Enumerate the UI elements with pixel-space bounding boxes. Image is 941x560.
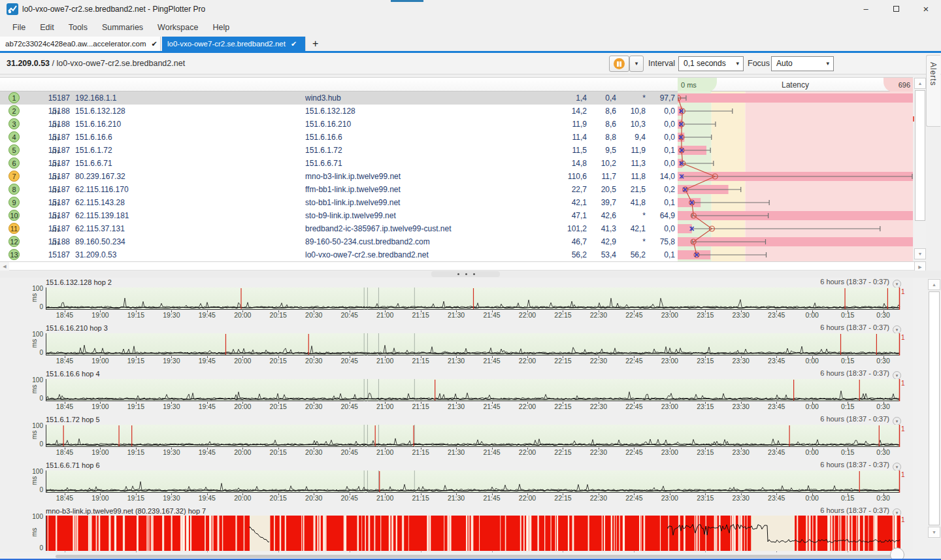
min-cell: 10,2: [589, 157, 616, 170]
hop-row-10[interactable]: 101518762.115.139.181sto-b9-link.ip.twel…: [0, 209, 678, 222]
hop-row-3[interactable]: 315188151.6.16.210151.6.16.21011,98,610,…: [0, 118, 678, 131]
col-header-ip[interactable]: [72, 78, 304, 92]
graphs-scrollbar-thumb[interactable]: [929, 291, 940, 525]
hop-row-12[interactable]: 121518889.160.50.23489-160-50-234.cust.b…: [0, 235, 678, 248]
time-range-selector[interactable]: 6 hours (18:37 - 0:37)▾: [820, 369, 901, 380]
timeline-plot[interactable]: [46, 516, 900, 551]
time-range-selector[interactable]: 6 hours (18:37 - 0:37)▾: [820, 323, 901, 334]
alert-count-badge: 1: [901, 425, 905, 433]
graphs-scroll-up-icon[interactable]: ▲: [928, 279, 940, 290]
timeline-plot[interactable]: [46, 288, 900, 310]
new-tab-button[interactable]: +: [308, 37, 322, 51]
interval-select[interactable]: 0,1 seconds ▾: [678, 56, 744, 71]
menu-summaries[interactable]: Summaries: [95, 18, 150, 37]
min-cell: 8,6: [589, 118, 616, 131]
hop-row-1[interactable]: 115187192.168.1.1wind3.hub1,40,4*97,7: [0, 91, 678, 105]
time-axis-tick: [171, 310, 172, 312]
timeline-plot[interactable]: [46, 379, 900, 401]
pause-dropdown-button[interactable]: ▾: [629, 56, 644, 72]
time-range-selector[interactable]: 6 hours (18:37 - 0:37)▾: [820, 461, 901, 471]
time-range-label: 6 hours (18:37 - 0:37): [820, 323, 889, 331]
time-range-label: 6 hours (18:37 - 0:37): [820, 506, 889, 514]
time-range-track[interactable]: [56, 555, 900, 558]
time-range-selector[interactable]: 6 hours (18:37 - 0:37)▾: [820, 415, 901, 425]
tab-2-active[interactable]: lo0-vxo-owe7-cr2.se.bredband2.net✔: [162, 37, 306, 51]
count-cell: 15188: [33, 235, 70, 248]
hop-status-badge: 11: [8, 223, 20, 234]
hop-status-badge: 10: [8, 210, 20, 221]
avg-cell: 110,6: [554, 170, 587, 183]
minimize-button[interactable]: –: [851, 0, 881, 18]
graphs-scroll-down-icon[interactable]: ▼: [928, 527, 940, 538]
menu-tools[interactable]: Tools: [61, 18, 95, 37]
col-header-min[interactable]: [589, 78, 616, 92]
tab-checkmark-icon: ✔: [291, 40, 297, 48]
col-header-pl[interactable]: [648, 78, 675, 92]
time-axis-tick: [527, 402, 528, 404]
hop-row-8[interactable]: 81518762.115.116.170ffm-bb1-link.ip.twel…: [0, 183, 678, 196]
hop-row-9[interactable]: 91518762.115.143.28sto-bb1-link.ip.twelv…: [0, 196, 678, 209]
timeline-plot[interactable]: [46, 470, 900, 493]
timeline-plot[interactable]: [46, 425, 900, 447]
time-axis-tick: [456, 448, 457, 450]
splitter-grip-icon[interactable]: [431, 271, 500, 277]
hop-row-11[interactable]: 111518762.115.37.131bredband2-ic-385967.…: [0, 222, 678, 235]
timeline-graph-3[interactable]: 151.6.16.210 hop 36 hours (18:37 - 0:37)…: [0, 323, 913, 369]
col-header-avg[interactable]: [554, 78, 587, 92]
ip-cell: 89.160.50.234: [75, 235, 301, 248]
close-button[interactable]: ×: [911, 0, 941, 18]
time-axis-tick: [848, 448, 848, 450]
col-header-cur[interactable]: [619, 78, 646, 92]
scroll-up-icon[interactable]: ▲: [914, 78, 926, 89]
timeline-graph-4[interactable]: 151.6.16.6 hop 46 hours (18:37 - 0:37)▾1…: [0, 369, 913, 415]
timeline-graph-2[interactable]: 151.6.132.128 hop 26 hours (18:37 - 0:37…: [0, 278, 913, 323]
focus-select[interactable]: Auto ▾: [771, 56, 834, 71]
hop-status-badge: 9: [8, 197, 20, 208]
time-axis-tick: [599, 310, 599, 312]
time-axis-tick: [705, 356, 706, 358]
cur-cell: 11,9: [619, 144, 646, 157]
table-horizontal-scrollbar[interactable]: ◀: [0, 261, 914, 271]
timeline-plot[interactable]: [46, 333, 900, 355]
hop-row-13[interactable]: 131518731.209.0.53lo0-vxo-owe7-cr2.se.br…: [0, 248, 678, 261]
menu-edit[interactable]: Edit: [33, 18, 61, 37]
time-axis-tick: [634, 310, 635, 312]
min-cell: 20,5: [589, 183, 616, 196]
hop-row-7[interactable]: 71518780.239.167.32mno-b3-link.ip.twelve…: [0, 170, 678, 183]
time-axis-tick: [776, 356, 777, 358]
time-axis-tick: [741, 493, 742, 495]
col-header-hop[interactable]: [0, 78, 37, 92]
menu-file[interactable]: File: [5, 18, 33, 37]
menu-workspace[interactable]: Workspace: [150, 18, 205, 37]
pause-button[interactable]: [609, 56, 629, 72]
hop-row-4[interactable]: 415187151.6.16.6151.6.16.611,48,89,40,0: [0, 131, 678, 144]
col-header-latency[interactable]: Latency: [678, 78, 913, 92]
table-scrollbar-thumb[interactable]: [915, 90, 925, 221]
timeline-graph-6[interactable]: 151.6.6.71 hop 66 hours (18:37 - 0:37)▾1…: [0, 461, 913, 506]
maximize-button[interactable]: [881, 0, 911, 18]
table-vertical-scrollbar[interactable]: ▲ ▼ ▶: [914, 78, 926, 271]
scroll-down-icon[interactable]: ▼: [914, 248, 926, 259]
alerts-side-tab[interactable]: Alerts: [926, 55, 940, 127]
time-range-selector[interactable]: 6 hours (18:37 - 0:37)▾: [820, 278, 901, 288]
hop-row-5[interactable]: 515187151.6.1.72151.6.1.7211,59,511,90,1: [0, 144, 678, 157]
target-separator: /: [50, 59, 56, 68]
col-header-count[interactable]: [37, 78, 72, 92]
time-axis-tick: [848, 310, 848, 312]
avg-cell: 11,5: [554, 144, 587, 157]
graphs-vertical-scrollbar[interactable]: ▲ ▼: [928, 279, 940, 539]
menu-help[interactable]: Help: [205, 18, 237, 37]
timeline-graph-5[interactable]: 151.6.1.72 hop 56 hours (18:37 - 0:37)▾1…: [0, 415, 913, 461]
hop-row-6[interactable]: 615187151.6.6.71151.6.6.7114,810,211,30,…: [0, 157, 678, 170]
col-header-name[interactable]: [304, 78, 563, 92]
hop-row-2[interactable]: 215188151.6.132.128151.6.132.12814,28,61…: [0, 105, 678, 118]
min-cell: 8,8: [589, 131, 616, 144]
tab-1[interactable]: ab72c33024c428ea0.aw...accelerator.com✔: [0, 37, 161, 51]
timeline-graph-7[interactable]: mno-b3-link.ip.twelve99.net (80.239.167.…: [0, 506, 913, 552]
cur-cell: 42,1: [619, 222, 646, 235]
time-axis-tick: [65, 493, 65, 495]
scroll-left-icon[interactable]: ◀: [0, 262, 9, 271]
time-axis-tick: [421, 402, 421, 404]
y-axis-max-label: 100: [25, 331, 43, 338]
pane-splitter[interactable]: [0, 271, 941, 278]
